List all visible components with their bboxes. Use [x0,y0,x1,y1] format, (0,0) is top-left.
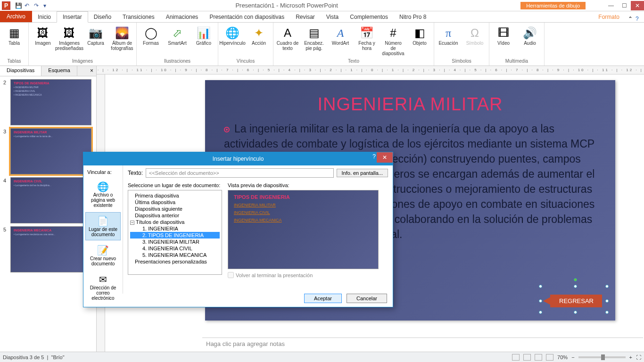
slide-thumb[interactable]: 3 INGENIERIA MILITAR • La ingeniería mil… [10,128,91,174]
maximize-button[interactable]: ☐ [618,1,631,10]
ribbon-minimize-icon[interactable]: ⌃ [628,16,633,22]
view-sorter-button[interactable] [523,354,531,361]
textbox-button[interactable]: ACuadro de texto [276,25,299,56]
tab-file[interactable]: Archivo [0,11,32,22]
chart-button[interactable]: 📊Gráfico [192,25,215,46]
audio-button[interactable]: 🔊Audio [519,25,541,46]
link-opt-email[interactable]: ✉Dirección de correo electrónico [85,271,121,304]
tab-view[interactable]: Vista [321,12,344,22]
textbox-icon: A [280,25,295,41]
redo-icon[interactable]: ↷ [34,2,41,9]
equation-button[interactable]: πEcuación [437,25,460,46]
smartart-button[interactable]: ⬀SmartArt [166,25,189,46]
screenshot-button[interactable]: 📷Captura [84,25,107,51]
tree-slide-1[interactable]: 1. INGENIERIA [130,225,220,232]
tree-slide-titles[interactable]: −Títulos de diapositiva [130,219,220,225]
new-document-icon: 📝 [87,245,119,256]
slidenumber-icon: # [386,25,401,41]
return-checkbox-label: Volver al terminar la presentación [236,272,313,278]
group-tables: Tablas [8,58,21,65]
notes-placeholder[interactable]: Haga clic para agregar notas [202,337,643,352]
tree-slide-5[interactable]: 5. INGENIERIA MECANICA [130,252,220,258]
file-web-icon: 🌐 [87,181,119,192]
document-tree[interactable]: Primera diapositiva Última diapositiva D… [128,190,222,275]
minimize-button[interactable]: — [604,1,618,10]
selection-handles[interactable] [541,287,607,312]
screentip-button[interactable]: Info. en pantalla... [337,169,388,177]
horizontal-ruler: · | · 12 · | · 11 · | · 10 · | · 9 · | ·… [97,66,644,74]
tree-slide-2[interactable]: 2. TIPOS DE INGENIERIA [130,232,220,239]
header-footer-button[interactable]: ▤Encabez. pie pág. [303,25,325,56]
slide-thumb[interactable]: 4 INGENIERIA CIVIL • La ingeniería civil… [10,177,91,223]
tree-last-slide[interactable]: Última diapositiva [130,199,220,206]
tab-review[interactable]: Revisar [290,12,321,22]
link-opt-file[interactable]: 🌐Archivo o página web existente [85,178,121,211]
chart-icon: 📊 [196,25,211,41]
smartart-icon: ⬀ [170,25,185,41]
video-button[interactable]: 🎞Vídeo [492,25,515,46]
object-button[interactable]: ◧Objeto [408,25,431,56]
tab-insert[interactable]: Insertar [57,11,88,23]
shapes-icon: ◯ [143,25,158,41]
slide-thumb[interactable]: 5 INGENIERIA MECANICA • La ingeniería me… [10,226,91,272]
tree-prev-slide[interactable]: Diapositiva anterior [130,212,220,219]
view-normal-button[interactable] [512,354,520,361]
tree-first-slide[interactable]: Primera diapositiva [130,192,220,199]
slide-thumb[interactable]: 2 TIPOS DE INGENIERIA • INGENIERIA MILIT… [10,79,91,125]
view-reading-button[interactable] [535,354,542,361]
tree-custom-shows[interactable]: Presentaciones personalizadas [130,258,220,265]
undo-icon[interactable]: ↶ [25,2,31,9]
datetime-button[interactable]: 📅Fecha y hora [355,25,378,56]
tab-home[interactable]: Inicio [32,12,57,22]
symbol-button[interactable]: ΩSímbolo [463,25,486,46]
dialog-close-button[interactable]: ✕ [377,152,393,163]
qat-more-icon[interactable]: ▾ [43,2,50,9]
album-button[interactable]: 🌄Álbum de fotografías [111,25,133,51]
hyperlink-button[interactable]: 🌐Hipervínculo [221,25,244,46]
zoom-slider[interactable] [578,356,626,358]
tree-next-slide[interactable]: Diapositiva siguiente [130,206,220,212]
tree-collapse-icon[interactable]: − [130,221,134,225]
tab-animations[interactable]: Animaciones [160,12,204,22]
fit-to-window-button[interactable]: ⛶ [636,354,641,360]
panel-tab-outline[interactable]: Esquema [41,66,77,76]
tab-transitions[interactable]: Transiciones [117,12,160,22]
close-button[interactable]: ✕ [631,1,644,10]
dialog-help-button[interactable]: ? [372,153,376,160]
panel-close-icon[interactable]: × [87,66,96,76]
tab-nitro[interactable]: Nitro Pro 8 [394,12,432,22]
help-icon[interactable]: ? [636,16,639,22]
group-symbols: Símbolos [452,58,471,65]
panel-tab-slides[interactable]: Diapositivas [0,66,41,76]
slidenumber-button[interactable]: #Número de diapositiva [382,25,405,56]
save-icon[interactable]: 💾 [15,2,22,9]
tree-slide-3[interactable]: 3. INGENIERIA MILITAR [130,239,220,245]
tab-slideshow[interactable]: Presentación con diapositivas [204,12,290,22]
tab-format[interactable]: Formato [593,12,625,22]
tab-addins[interactable]: Complementos [344,12,394,22]
image-button[interactable]: 🖼Imagen [32,25,54,51]
text-input[interactable] [146,168,334,178]
ok-button[interactable]: Aceptar [304,294,342,303]
status-theme: "Brío" [51,354,65,360]
slide-title: INGENIERIA MILITAR [224,94,596,115]
group-links: Vínculos [237,58,255,65]
datetime-icon: 📅 [359,25,374,41]
shapes-button[interactable]: ◯Formas [140,25,162,46]
bullet-icon [224,127,230,132]
link-opt-place[interactable]: 📄Lugar de este documento [85,212,121,240]
link-to-label: Vincular a: [84,167,122,177]
tree-slide-4[interactable]: 4. INGENIERIA CIVIL [130,245,220,252]
cancel-button[interactable]: Cancelar [347,294,387,303]
view-slideshow-button[interactable] [546,354,553,361]
link-opt-new[interactable]: 📝Crear nuevo documento [85,241,121,270]
app-icon: P [2,1,10,10]
action-button[interactable]: ✦Acción [248,25,270,46]
symbol-icon: Ω [467,25,482,41]
table-button[interactable]: ▦Tabla [3,25,25,46]
zoom-out-button[interactable]: − [571,354,574,360]
tab-design[interactable]: Diseño [88,12,117,22]
zoom-in-button[interactable]: + [629,354,632,360]
clipart-button[interactable]: 🖼Imágenes prediseñadas [58,25,81,51]
wordart-button[interactable]: AWordArt [329,25,352,56]
